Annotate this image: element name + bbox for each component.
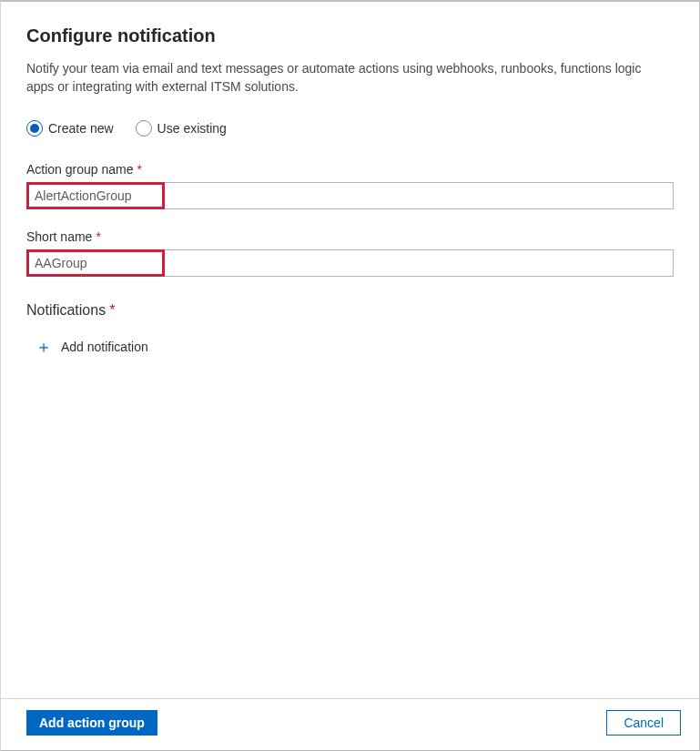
short-name-highlight	[26, 249, 165, 277]
action-group-name-field: Action group name*	[26, 162, 674, 209]
radio-icon	[26, 120, 43, 137]
add-notification-label: Add notification	[61, 340, 148, 354]
panel-footer: Add action group Cancel	[1, 698, 699, 750]
plus-icon: ＋	[36, 339, 52, 355]
mode-radio-group: Create new Use existing	[26, 120, 674, 137]
radio-create-new-label: Create new	[48, 121, 114, 136]
required-star-icon: *	[109, 302, 115, 318]
short-name-field: Short name*	[26, 229, 674, 277]
radio-dot-icon	[30, 124, 39, 133]
short-name-input-row	[26, 248, 674, 277]
configure-notification-panel: Configure notification Notify your team …	[0, 0, 700, 751]
input-rest-border[interactable]	[165, 182, 674, 209]
short-name-input[interactable]	[29, 252, 162, 274]
action-group-name-label: Action group name*	[26, 162, 674, 177]
cancel-button[interactable]: Cancel	[606, 710, 681, 736]
label-text: Action group name	[26, 162, 134, 177]
section-label-text: Notifications	[26, 302, 106, 318]
notifications-section-title: Notifications*	[26, 302, 674, 319]
input-rest-border[interactable]	[165, 249, 674, 277]
page-description: Notify your team via email and text mess…	[26, 59, 664, 96]
add-action-group-button[interactable]: Add action group	[26, 710, 157, 736]
radio-use-existing-label: Use existing	[157, 121, 227, 136]
panel-content: Configure notification Notify your team …	[1, 2, 699, 698]
radio-use-existing[interactable]: Use existing	[136, 120, 227, 137]
action-group-name-input[interactable]	[29, 185, 162, 207]
page-title: Configure notification	[26, 25, 674, 46]
radio-icon	[136, 120, 152, 137]
action-group-name-highlight	[26, 182, 165, 209]
label-text: Short name	[26, 229, 92, 244]
action-group-name-input-row	[26, 180, 674, 209]
required-star-icon: *	[137, 162, 142, 177]
required-star-icon: *	[96, 229, 100, 244]
radio-create-new[interactable]: Create new	[26, 120, 114, 137]
short-name-label: Short name*	[26, 229, 674, 244]
add-notification-button[interactable]: ＋ Add notification	[36, 339, 148, 355]
